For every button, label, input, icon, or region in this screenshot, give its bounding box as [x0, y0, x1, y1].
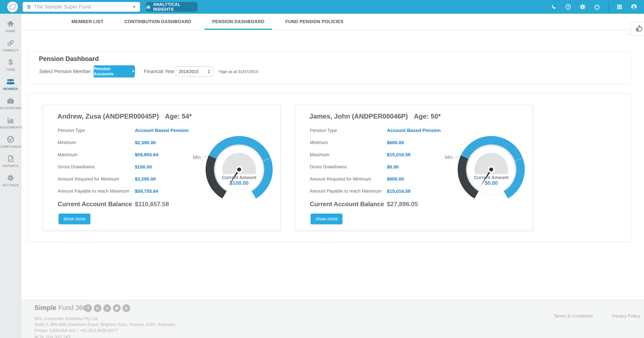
- linkedin-icon[interactable]: in: [94, 304, 102, 312]
- gauge-center-label: Current Amount: [222, 175, 256, 180]
- gauge-center-label: Current Amount: [474, 175, 508, 180]
- select-pension-member-label: Select Pension Member: [39, 69, 91, 74]
- sidebar-item-label: HOME: [6, 29, 16, 33]
- sidebar-nav: HOME CONNECT $ FUND MEMBER: [0, 14, 21, 338]
- footer-phone: Phone: 1300 654 401 / +61 (0)3 9530 6077: [34, 328, 118, 333]
- footer-company: BGL Corporate Solutions Pty Ltd: [34, 316, 98, 321]
- chevron-down-icon: ▼: [132, 4, 136, 9]
- thumbs-up-icon: [635, 24, 644, 33]
- pension-gauge: Current Amount $0.00 Min: [436, 134, 526, 205]
- svg-text:$: $: [8, 58, 13, 66]
- current-account-balance: Current Account Balance$110,657.58: [58, 201, 169, 208]
- investments-icon: [6, 116, 14, 124]
- svg-text:?: ?: [567, 5, 569, 9]
- tab-fund-pension-policies[interactable]: FUND PENSION POLICIES: [278, 14, 351, 29]
- show-more-button[interactable]: show more: [310, 213, 342, 224]
- top-bar: The Sample Super Fund ▼ ANALYTICAL INSIG…: [0, 0, 644, 14]
- power-icon[interactable]: [594, 3, 600, 10]
- vimeo-icon[interactable]: v: [103, 304, 111, 312]
- twitter-icon[interactable]: [113, 304, 120, 312]
- connect-icon: [6, 39, 15, 47]
- member-card-title: James, John (ANDPER00046P)Age: 50*: [310, 113, 441, 120]
- fund-icon: $: [6, 58, 14, 66]
- privacy-policy-link[interactable]: Privacy Policy: [612, 314, 640, 319]
- top-action-icons: ?: [550, 0, 637, 14]
- sidebar-item-fund[interactable]: $ FUND: [0, 58, 21, 78]
- member-age: Age: 50*: [414, 113, 441, 120]
- terms-and-conditions-link[interactable]: Terms & Conditions: [554, 314, 593, 319]
- help-icon[interactable]: ?: [565, 3, 572, 10]
- sidebar-item-settings[interactable]: SETTINGS: [0, 174, 21, 193]
- accounting-icon: [6, 97, 15, 105]
- gauge-center-value: $0.00: [485, 180, 498, 186]
- financial-year-value: 2014/2015: [179, 69, 198, 74]
- social-links: f in v b: [84, 304, 130, 312]
- bgl-logo[interactable]: [7, 1, 18, 12]
- sidebar-item-investments[interactable]: INVESTMENTS: [0, 116, 21, 135]
- feedback-connector: [627, 34, 631, 34]
- page-title: Pension Dashboard: [39, 55, 99, 62]
- pension-dashboard-panel: Pension Dashboard Select Pension Member …: [28, 51, 632, 84]
- settings-icon: [6, 174, 14, 182]
- compliance-icon: [6, 135, 14, 143]
- facebook-icon[interactable]: f: [84, 304, 92, 312]
- member-card-andrew-zusa: Andrew, Zusa (ANDPER00045P)Age: 54* Pens…: [43, 105, 280, 230]
- sidebar-item-label: INVESTMENTS: [0, 126, 22, 129]
- sidebar-item-home[interactable]: HOME: [0, 20, 21, 39]
- show-more-button[interactable]: show more: [58, 213, 90, 224]
- sidebar-item-label: MEMBER: [3, 87, 18, 91]
- sidebar-item-reports[interactable]: REPORTS: [0, 155, 21, 174]
- feedback-button[interactable]: [631, 21, 644, 35]
- sidebar-item-label: REPORTS: [2, 164, 18, 168]
- apps-grid-icon[interactable]: [616, 3, 623, 10]
- sidebar-item-member[interactable]: MEMBER: [0, 78, 21, 97]
- fund-name: The Sample Super Fund: [34, 4, 91, 10]
- member-card-james-john: James, John (ANDPER00046P)Age: 50* Pensi…: [295, 105, 532, 230]
- member-age: Age: 54*: [165, 113, 192, 120]
- current-account-balance: Current Account Balance$27,896.05: [310, 201, 418, 208]
- phone-icon[interactable]: [550, 3, 557, 10]
- pension-cards-panel: Andrew, Zusa (ANDPER00045P)Age: 54* Pens…: [28, 93, 632, 242]
- pension-gauge: Current Amount $100.00 Min: [184, 134, 274, 205]
- account-avatar-icon[interactable]: [630, 3, 637, 10]
- member-name: James, John (ANDPER00046P): [310, 113, 408, 120]
- footer-acn: ACN: 054 355 243: [34, 335, 70, 338]
- blogger-icon[interactable]: b: [122, 304, 130, 312]
- sidebar-item-label: ACCOUNTING: [0, 106, 22, 110]
- member-tabs: MEMBER LIST CONTRIBUTION DASHBOARD PENSI…: [21, 14, 644, 30]
- pension-accounts-dropdown[interactable]: Pension Accounts ▼: [94, 65, 135, 77]
- settings-gear-icon[interactable]: [579, 3, 586, 10]
- pension-type-value: Account Based Pension: [387, 128, 441, 133]
- simple-fund-360-logo: Simple Fund 360: [34, 304, 86, 312]
- reports-icon: [7, 155, 14, 163]
- gauge-min-label: Min: [193, 155, 201, 160]
- chevron-down-icon: ▼: [132, 69, 135, 73]
- sidebar-item-label: CONNECT: [2, 49, 18, 52]
- gauge-center-value: $100.00: [230, 180, 248, 186]
- analytical-insights-button[interactable]: ANALYTICAL INSIGHTS: [146, 2, 198, 12]
- topbar-divider: [608, 2, 608, 11]
- sidebar-item-label: COMPLIANCE: [0, 145, 22, 149]
- sidebar-item-connect[interactable]: CONNECT: [0, 39, 21, 58]
- sidebar-item-label: FUND: [6, 68, 15, 72]
- stepper-icon: [208, 70, 210, 74]
- financial-year-select[interactable]: 2014/2015: [176, 66, 213, 77]
- sidebar-item-accounting[interactable]: ACCOUNTING: [0, 97, 21, 116]
- financial-year-label: Financial Year: [144, 69, 174, 74]
- pension-accounts-label: Pension Accounts: [94, 66, 129, 77]
- age-as-at-note: *Age as at 01/07/2014: [218, 69, 258, 74]
- tab-member-list[interactable]: MEMBER LIST: [64, 14, 111, 29]
- member-name: Andrew, Zusa (ANDPER00045P): [57, 113, 159, 120]
- sidebar-item-compliance[interactable]: COMPLIANCE: [0, 135, 21, 155]
- tab-contribution-dashboard[interactable]: CONTRIBUTION DASHBOARD: [117, 14, 199, 29]
- gauge-min-label: Min: [445, 155, 453, 160]
- footer-address: Suite 2, 606-608 Hawthorn Road, Brighton…: [34, 322, 174, 327]
- member-card-title: Andrew, Zusa (ANDPER00045P)Age: 54*: [57, 113, 192, 120]
- home-icon: [6, 20, 14, 28]
- tab-pension-dashboard[interactable]: PENSION DASHBOARD: [204, 14, 272, 29]
- fund-selector[interactable]: The Sample Super Fund ▼: [23, 2, 140, 12]
- analytical-insights-label: ANALYTICAL INSIGHTS: [153, 2, 198, 12]
- bar-chart-icon: [146, 4, 150, 9]
- database-icon: [26, 4, 31, 10]
- page-footer: Simple Fund 360 f in v b BGL Corporate S…: [21, 300, 644, 338]
